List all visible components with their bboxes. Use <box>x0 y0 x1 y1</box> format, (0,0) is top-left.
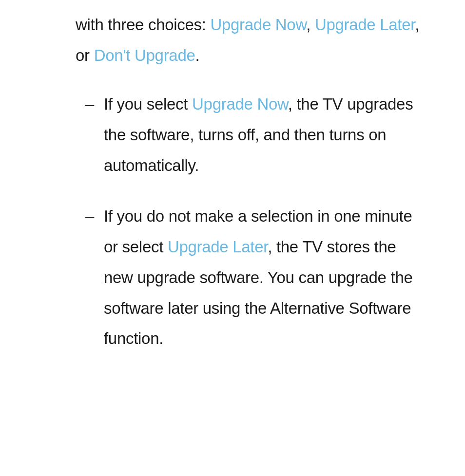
intro-paragraph: with three choices: Upgrade Now, Upgrade… <box>76 10 426 71</box>
intro-text-post: . <box>195 46 200 64</box>
link-upgrade-now-inline[interactable]: Upgrade Now <box>192 95 288 113</box>
bullet-dash-icon: – <box>85 201 94 232</box>
bullet-item-upgrade-later: – If you do not make a selection in one … <box>76 201 426 354</box>
intro-sep1: , <box>306 16 315 34</box>
link-upgrade-later-inline[interactable]: Upgrade Later <box>168 238 268 256</box>
link-upgrade-now[interactable]: Upgrade Now <box>210 16 306 34</box>
link-dont-upgrade[interactable]: Don't Upgrade <box>94 46 195 64</box>
intro-text-pre: with three choices: <box>76 16 210 34</box>
bullet-text-pre: If you select <box>104 95 192 113</box>
bullet-dash-icon: – <box>85 89 94 120</box>
bullet-item-upgrade-now: – If you select Upgrade Now, the TV upgr… <box>76 89 426 181</box>
link-upgrade-later[interactable]: Upgrade Later <box>315 16 415 34</box>
